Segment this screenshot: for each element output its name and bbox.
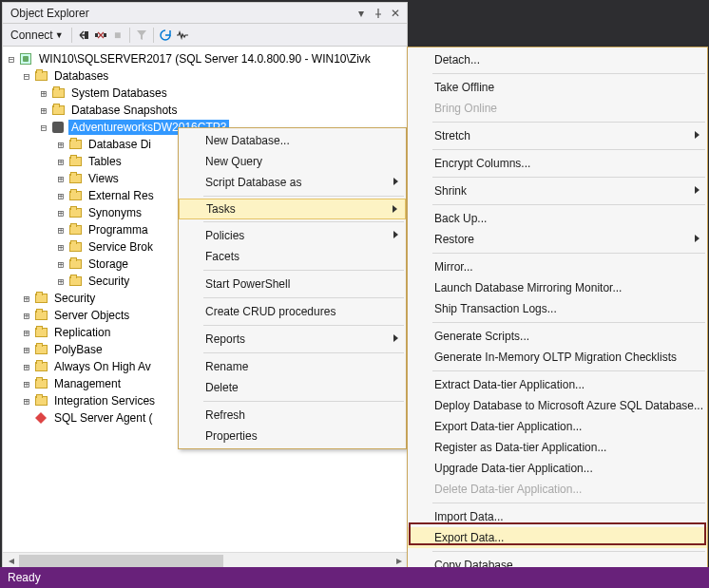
menu-item[interactable]: Export Data... bbox=[408, 527, 707, 548]
scroll-left-icon[interactable]: ◂ bbox=[3, 553, 19, 569]
menu-item[interactable]: Restore bbox=[408, 229, 707, 250]
tree-node[interactable]: SQL Server Agent ( bbox=[51, 410, 156, 426]
tree-node[interactable]: Views bbox=[86, 171, 122, 186]
menu-item[interactable]: Reports bbox=[179, 329, 406, 350]
tree-node[interactable]: Database Snapshots bbox=[68, 103, 180, 118]
expander-icon[interactable]: ⊞ bbox=[54, 173, 67, 185]
folder-icon bbox=[33, 292, 48, 305]
svg-rect-0 bbox=[85, 31, 88, 39]
expander-icon[interactable]: ⊞ bbox=[20, 395, 33, 408]
pin-icon[interactable] bbox=[371, 6, 386, 21]
toolbar: Connect ▼ ■ bbox=[3, 24, 407, 47]
menu-separator bbox=[432, 370, 705, 371]
dropdown-icon[interactable]: ▾ bbox=[354, 6, 369, 21]
activity-icon[interactable] bbox=[175, 28, 190, 43]
expander-icon[interactable]: ⊞ bbox=[54, 139, 67, 151]
menu-item[interactable]: Tasks bbox=[179, 199, 406, 219]
menu-item[interactable]: Rename bbox=[179, 356, 406, 377]
agent-icon bbox=[33, 411, 48, 425]
menu-separator bbox=[432, 73, 705, 74]
menu-item[interactable]: Encrypt Columns... bbox=[408, 153, 707, 174]
menu-item[interactable]: Delete bbox=[179, 377, 406, 398]
expander-icon[interactable]: ⊞ bbox=[37, 104, 50, 117]
menu-separator bbox=[432, 122, 705, 123]
menu-item[interactable]: Generate Scripts... bbox=[408, 326, 707, 347]
tree-node[interactable]: Replication bbox=[51, 325, 113, 340]
menu-item[interactable]: Ship Transaction Logs... bbox=[408, 298, 707, 319]
expander-icon[interactable]: ⊞ bbox=[54, 275, 67, 288]
refresh-icon[interactable] bbox=[158, 28, 173, 43]
expander-icon[interactable]: ⊞ bbox=[54, 190, 67, 202]
menu-item[interactable]: Deploy Database to Microsoft Azure SQL D… bbox=[408, 395, 707, 416]
expander-icon[interactable]: ⊞ bbox=[20, 361, 33, 373]
submenu-caret-icon bbox=[393, 178, 398, 185]
connect-icon[interactable] bbox=[76, 28, 91, 43]
tree-node[interactable]: Management bbox=[51, 376, 124, 391]
menu-item[interactable]: New Query bbox=[179, 151, 406, 172]
menu-item[interactable]: Generate In-Memory OLTP Migration Checkl… bbox=[408, 347, 707, 368]
panel-titlebar: Object Explorer ▾ ✕ bbox=[3, 3, 407, 24]
menu-item[interactable]: Take Offline bbox=[408, 77, 707, 98]
connect-button[interactable]: Connect ▼ bbox=[7, 27, 67, 44]
tree-node[interactable]: Storage bbox=[86, 256, 131, 272]
tree-node[interactable]: Server Objects bbox=[51, 308, 132, 323]
tree-node[interactable]: Always On High Av bbox=[51, 359, 154, 374]
expander-icon[interactable]: ⊞ bbox=[20, 327, 33, 339]
menu-item[interactable]: Refresh bbox=[179, 405, 406, 426]
menu-item[interactable]: Export Data-tier Application... bbox=[408, 416, 707, 437]
tree-node[interactable]: Synonyms bbox=[86, 205, 144, 220]
expander-icon[interactable]: ⊞ bbox=[20, 344, 33, 356]
menu-item[interactable]: Facets bbox=[179, 246, 406, 267]
expander-icon[interactable]: ⊞ bbox=[20, 378, 33, 390]
folder-icon bbox=[67, 257, 83, 271]
menu-separator bbox=[432, 253, 705, 254]
expander-icon[interactable]: ⊞ bbox=[54, 224, 67, 237]
tree-node[interactable]: External Res bbox=[86, 188, 157, 203]
menu-item[interactable]: Stretch bbox=[408, 125, 707, 146]
expander-icon[interactable]: ⊞ bbox=[37, 87, 50, 100]
expander-icon[interactable]: ⊞ bbox=[20, 310, 33, 322]
menu-item[interactable]: Script Database as bbox=[179, 172, 406, 193]
tree-node[interactable]: Integration Services bbox=[51, 393, 158, 408]
tree-node-server[interactable]: WIN10\SQLSERVER2017 (SQL Server 14.0.800… bbox=[36, 51, 374, 66]
tree-node[interactable]: Security bbox=[51, 291, 98, 306]
close-icon[interactable]: ✕ bbox=[388, 6, 403, 21]
horizontal-scrollbar[interactable]: ◂ ▸ bbox=[3, 552, 407, 568]
menu-item[interactable]: Shrink bbox=[408, 180, 707, 201]
tree-node[interactable]: Database Di bbox=[86, 137, 154, 152]
tree-node[interactable]: Service Brok bbox=[86, 239, 156, 255]
menu-item[interactable]: Policies bbox=[179, 225, 406, 246]
scroll-right-icon[interactable]: ▸ bbox=[391, 553, 407, 569]
menu-item[interactable]: Register as Data-tier Application... bbox=[408, 437, 707, 458]
expander-icon[interactable]: ⊞ bbox=[20, 293, 33, 305]
menu-item[interactable]: Extract Data-tier Application... bbox=[408, 374, 707, 395]
tree-node[interactable]: PolyBase bbox=[51, 342, 105, 357]
menu-item[interactable]: Start PowerShell bbox=[179, 274, 406, 294]
tree-node[interactable]: Tables bbox=[86, 154, 125, 169]
menu-item[interactable]: Upgrade Data-tier Application... bbox=[408, 458, 707, 479]
expander-icon[interactable]: ⊞ bbox=[54, 241, 67, 254]
expander-icon[interactable]: ⊞ bbox=[54, 258, 67, 271]
expander-icon[interactable]: ⊟ bbox=[37, 122, 50, 134]
tree-node[interactable]: Programma bbox=[86, 222, 151, 237]
folder-icon bbox=[67, 172, 83, 185]
expander-icon[interactable]: ⊞ bbox=[54, 156, 67, 168]
menu-item[interactable]: Launch Database Mirroring Monitor... bbox=[408, 277, 707, 298]
tree-node-databases[interactable]: Databases bbox=[51, 68, 111, 84]
tree-node[interactable]: Security bbox=[86, 274, 132, 289]
menu-item[interactable]: Create CRUD procedures bbox=[179, 301, 406, 322]
tree-node[interactable]: System Databases bbox=[68, 85, 170, 101]
expander-icon[interactable]: ⊟ bbox=[20, 70, 33, 83]
expander-icon[interactable]: ⊟ bbox=[5, 53, 18, 66]
menu-item[interactable]: Import Data... bbox=[408, 506, 707, 527]
menu-separator bbox=[432, 149, 705, 150]
scroll-thumb[interactable] bbox=[19, 555, 223, 567]
menu-item[interactable]: Properties bbox=[179, 426, 406, 446]
filter-icon bbox=[134, 28, 149, 43]
menu-item[interactable]: Back Up... bbox=[408, 208, 707, 229]
menu-item[interactable]: New Database... bbox=[179, 130, 406, 151]
expander-icon[interactable]: ⊞ bbox=[54, 207, 67, 219]
disconnect-icon[interactable] bbox=[93, 28, 108, 43]
menu-item[interactable]: Detach... bbox=[408, 49, 707, 70]
menu-item[interactable]: Mirror... bbox=[408, 256, 707, 277]
